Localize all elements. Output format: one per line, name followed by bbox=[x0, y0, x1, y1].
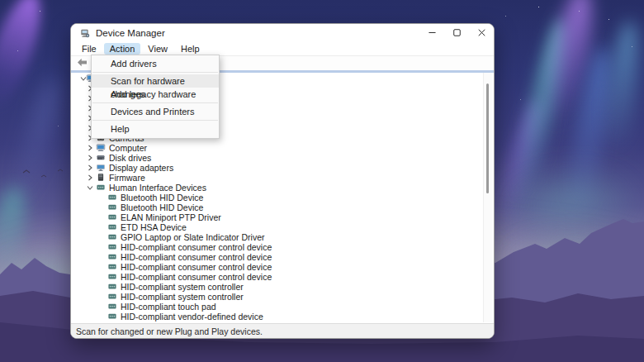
window-title: Device Manager bbox=[96, 28, 165, 38]
action-menu-dropdown: Add driversScan for hardware changesAdd … bbox=[91, 55, 220, 139]
tree-category-firmware[interactable]: Firmware bbox=[72, 173, 481, 183]
computer-icon bbox=[96, 143, 106, 152]
tree-item-label: HID-compliant vendor-defined device bbox=[121, 312, 263, 322]
chevron-right-icon[interactable] bbox=[86, 164, 94, 172]
tree-item[interactable]: HID-compliant consumer control device bbox=[72, 242, 481, 252]
hid-icon bbox=[96, 183, 106, 192]
menu-item-add-legacy-hardware[interactable]: Add legacy hardware bbox=[92, 88, 219, 101]
hid-icon bbox=[107, 312, 117, 321]
hid-icon bbox=[107, 193, 117, 202]
tree-category-display-adapters[interactable]: Display adapters bbox=[72, 163, 481, 173]
tree-item-label: Computer bbox=[109, 143, 147, 153]
tree-item[interactable]: Bluetooth HID Device bbox=[72, 193, 481, 202]
menu-item-help[interactable]: Help bbox=[92, 122, 219, 136]
menu-separator bbox=[92, 72, 218, 73]
disk-icon bbox=[96, 153, 106, 162]
scrollbar-thumb[interactable] bbox=[486, 83, 489, 193]
stars bbox=[0, 0, 1, 1]
menu-item-add-drivers[interactable]: Add drivers bbox=[92, 57, 219, 70]
close-button[interactable] bbox=[469, 24, 494, 42]
tree-item[interactable]: Bluetooth HID Device bbox=[72, 202, 481, 212]
minimize-button[interactable] bbox=[419, 24, 444, 42]
back-arrow-icon bbox=[77, 58, 88, 69]
birds bbox=[18, 165, 76, 186]
tree-item-label: Bluetooth HID Device bbox=[121, 193, 203, 202]
tree-item-label: Disk drives bbox=[109, 153, 151, 163]
tree-item-label: HID-compliant system controller bbox=[121, 292, 244, 302]
hid-icon bbox=[107, 302, 117, 311]
hid-icon bbox=[107, 272, 117, 281]
tree-item-label: HID-compliant consumer control device bbox=[121, 242, 272, 252]
tree-category-human-interface-devices[interactable]: Human Interface Devices bbox=[72, 183, 481, 193]
minimize-icon bbox=[429, 28, 436, 38]
tree-item-label: HID-compliant consumer control device bbox=[121, 262, 272, 272]
scrollbar-track[interactable] bbox=[483, 73, 493, 322]
tree-item[interactable]: HID-compliant consumer control device bbox=[72, 252, 481, 262]
menubar-item-view[interactable]: View bbox=[142, 43, 173, 55]
hid-icon bbox=[107, 212, 117, 221]
chevron-right-icon[interactable] bbox=[86, 174, 94, 182]
hid-icon bbox=[107, 292, 117, 301]
menubar-item-action[interactable]: Action bbox=[104, 43, 141, 55]
chevron-down-icon[interactable] bbox=[86, 183, 94, 192]
menubar-item-help[interactable]: Help bbox=[175, 43, 206, 55]
tree-item[interactable]: HID-compliant system controller bbox=[72, 282, 481, 292]
menu-item-scan-for-hardware-changes[interactable]: Scan for hardware changes bbox=[92, 74, 219, 88]
menu-item-devices-and-printers[interactable]: Devices and Printers bbox=[92, 105, 219, 118]
hid-icon bbox=[107, 222, 117, 231]
hid-icon bbox=[107, 262, 117, 271]
back-button[interactable] bbox=[75, 58, 88, 69]
tree-item[interactable]: HID-compliant system controller bbox=[72, 292, 481, 302]
tree-item-label: Display adapters bbox=[109, 163, 173, 173]
tree-item[interactable]: HID-compliant touch pad bbox=[72, 302, 481, 312]
chevron-right-icon[interactable] bbox=[86, 144, 94, 152]
tree-item-label: HID-compliant consumer control device bbox=[121, 272, 272, 282]
display-icon bbox=[96, 163, 106, 172]
tree-item-label: GPIO Laptop or Slate Indicator Driver bbox=[121, 232, 265, 242]
tree-item-label: HID-compliant touch pad bbox=[121, 302, 216, 312]
hid-icon bbox=[107, 252, 117, 261]
tree-item-label: Firmware bbox=[109, 173, 145, 183]
tree-item-label: HID-compliant consumer control device bbox=[121, 252, 272, 262]
maximize-button[interactable] bbox=[444, 24, 469, 42]
tree-category-computer[interactable]: Computer bbox=[72, 143, 481, 153]
tree-item[interactable]: ETD HSA Device bbox=[72, 222, 481, 232]
tree-item-label: ETD HSA Device bbox=[121, 222, 187, 232]
device-manager-icon bbox=[79, 28, 90, 39]
tree-item[interactable]: HID-compliant vendor-defined device bbox=[72, 312, 481, 322]
maximize-icon bbox=[453, 28, 461, 38]
status-text: Scan for changed or new Plug and Play de… bbox=[76, 326, 263, 336]
hid-icon bbox=[107, 242, 117, 251]
hid-icon bbox=[107, 202, 117, 212]
tree-item[interactable]: GPIO Laptop or Slate Indicator Driver bbox=[72, 232, 481, 242]
tree-item[interactable]: ELAN Miniport PTP Driver bbox=[72, 212, 481, 222]
hid-icon bbox=[107, 282, 117, 291]
tree-item-label: Human Interface Devices bbox=[109, 183, 206, 193]
firmware-icon bbox=[96, 173, 106, 182]
menu-separator bbox=[92, 102, 218, 103]
chevron-right-icon[interactable] bbox=[86, 154, 94, 162]
tree-item-label: HID-compliant system controller bbox=[121, 282, 244, 292]
menubar-item-file[interactable]: File bbox=[76, 43, 102, 55]
tree-item[interactable]: HID-compliant consumer control device bbox=[72, 272, 481, 282]
window-controls bbox=[419, 24, 494, 42]
menu-separator bbox=[92, 120, 218, 121]
tree-category-disk-drives[interactable]: Disk drives bbox=[72, 153, 481, 163]
tree-item-label: Bluetooth HID Device bbox=[121, 202, 203, 212]
status-bar: Scan for changed or new Plug and Play de… bbox=[71, 323, 494, 338]
hid-icon bbox=[107, 232, 117, 241]
close-icon bbox=[478, 28, 485, 38]
tree-item-label: ELAN Miniport PTP Driver bbox=[121, 212, 221, 222]
title-bar: Device Manager bbox=[71, 24, 494, 42]
tree-item[interactable]: HID-compliant consumer control device bbox=[72, 262, 481, 272]
